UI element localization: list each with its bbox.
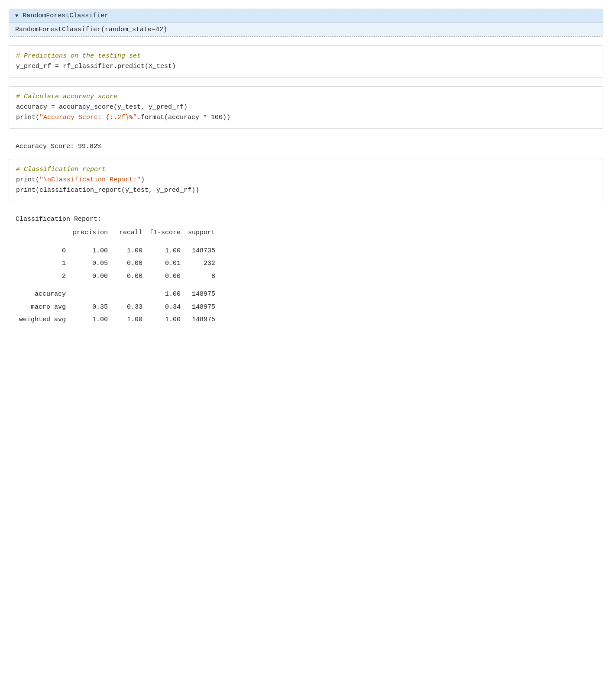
table-row: 2 0.00 0.00 0.00 8 — [16, 270, 219, 283]
row-accuracy-f1: 1.00 — [146, 288, 184, 301]
row-weighted-recall: 1.00 — [111, 313, 146, 326]
row-2-f1: 0.00 — [146, 270, 184, 283]
table-row: weighted avg 1.00 1.00 1.00 148975 — [16, 313, 219, 326]
classification-col-headers: precision recall f1-score support — [16, 226, 219, 239]
accuracy-line1: accuracy = accuracy_score(y_test, y_pred… — [16, 102, 596, 113]
classification-line2: print(classification_report(y_test, y_pr… — [16, 185, 596, 196]
col-header-f1: f1-score — [146, 226, 184, 239]
collapsed-header[interactable]: ▼ RandomForestClassifier — [9, 9, 603, 23]
accuracy-comment: # Calculate accuracy score — [16, 92, 596, 102]
row-weighted-support: 148975 — [184, 313, 219, 326]
row-2-recall: 0.00 — [111, 270, 146, 283]
cl-print1-suffix: ) — [141, 176, 145, 184]
table-row: 1 0.05 0.00 0.01 232 — [16, 257, 219, 270]
row-accuracy-precision — [69, 288, 111, 301]
col-header-support: support — [184, 226, 219, 239]
row-macro-label: macro avg — [16, 301, 69, 314]
row-1-label: 1 — [16, 257, 69, 270]
table-row: accuracy 1.00 148975 — [16, 288, 219, 301]
collapse-arrow-icon[interactable]: ▼ — [15, 13, 18, 19]
accuracy-output: Accuracy Score: 99.82% — [9, 137, 603, 159]
row-2-label: 2 — [16, 270, 69, 283]
classification-code-cell: # Classification report print("\nClassif… — [9, 159, 603, 201]
classification-table: precision recall f1-score support 0 1.00… — [16, 226, 219, 326]
row-2-precision: 0.00 — [69, 270, 111, 283]
row-macro-support: 148975 — [184, 301, 219, 314]
accuracy-format-suffix: .format(accuracy * 100)) — [137, 114, 230, 121]
collapsed-cell-title: RandomForestClassifier — [23, 12, 108, 19]
accuracy-print-prefix: print( — [16, 114, 39, 121]
classification-comment: # Classification report — [16, 165, 596, 175]
row-macro-precision: 0.35 — [69, 301, 111, 314]
row-0-f1: 1.00 — [146, 245, 184, 258]
accuracy-format-string: "Accuracy Score: {:.2f}%" — [39, 114, 137, 121]
row-1-support: 232 — [184, 257, 219, 270]
accuracy-code-cell: # Calculate accuracy score accuracy = ac… — [9, 86, 603, 129]
cl-print1-string: "\nClassification Report:" — [39, 176, 141, 184]
col-header-precision: precision — [69, 226, 111, 239]
classification-report-header: Classification Report: — [16, 214, 596, 225]
row-accuracy-support: 148975 — [184, 288, 219, 301]
row-0-label: 0 — [16, 245, 69, 258]
row-0-precision: 1.00 — [69, 245, 111, 258]
classification-header-text: Classification Report: — [16, 214, 596, 225]
collapsed-cell-body: RandomForestClassifier(random_state=42) — [9, 23, 603, 36]
collapsed-cell: ▼ RandomForestClassifier RandomForestCla… — [9, 9, 603, 37]
row-accuracy-label: accuracy — [16, 288, 69, 301]
table-row: 0 1.00 1.00 1.00 148735 — [16, 245, 219, 258]
row-weighted-f1: 1.00 — [146, 313, 184, 326]
row-1-precision: 0.05 — [69, 257, 111, 270]
collapsed-code-text: RandomForestClassifier(random_state=42) — [15, 26, 167, 33]
accuracy-output-text: Accuracy Score: 99.82% — [16, 142, 596, 152]
predictions-code-cell: # Predictions on the testing set y_pred_… — [9, 45, 603, 77]
row-macro-f1: 0.34 — [146, 301, 184, 314]
row-1-f1: 0.01 — [146, 257, 184, 270]
predictions-line1: y_pred_rf = rf_classifier.predict(X_test… — [16, 61, 596, 72]
row-macro-recall: 0.33 — [111, 301, 146, 314]
classification-output: Classification Report: precision recall … — [9, 210, 603, 333]
row-1-recall: 0.00 — [111, 257, 146, 270]
classification-line1: print("\nClassification Report:") — [16, 175, 596, 185]
accuracy-line2: print("Accuracy Score: {:.2f}%".format(a… — [16, 113, 596, 123]
row-weighted-precision: 1.00 — [69, 313, 111, 326]
cl-print1-prefix: print( — [16, 176, 39, 184]
row-2-support: 8 — [184, 270, 219, 283]
row-accuracy-recall — [111, 288, 146, 301]
row-0-recall: 1.00 — [111, 245, 146, 258]
row-weighted-label: weighted avg — [16, 313, 69, 326]
table-row: macro avg 0.35 0.33 0.34 148975 — [16, 301, 219, 314]
row-0-support: 148735 — [184, 245, 219, 258]
predictions-comment: # Predictions on the testing set — [16, 51, 596, 61]
col-header-label — [16, 226, 69, 239]
col-header-recall: recall — [111, 226, 146, 239]
